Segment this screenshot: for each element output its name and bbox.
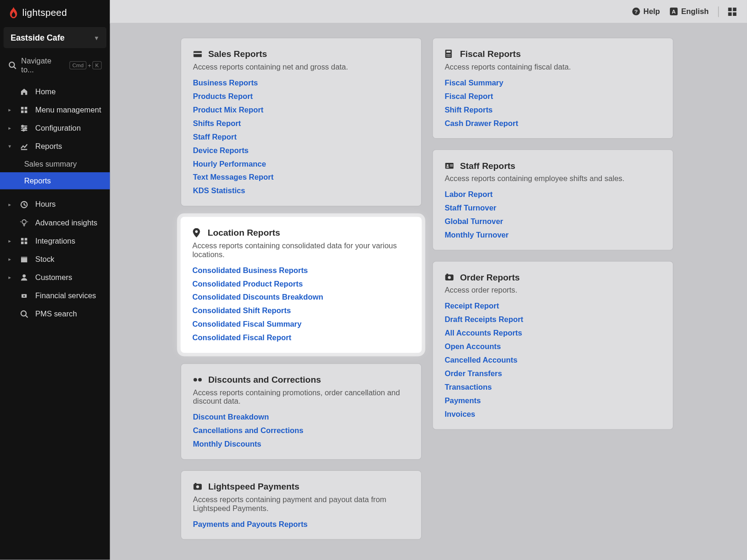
link-consolidated-fiscal-report[interactable]: Consolidated Fiscal Report: [192, 333, 410, 342]
link-fiscal-summary[interactable]: Fiscal Summary: [444, 78, 661, 87]
link-transactions[interactable]: Transactions: [444, 383, 661, 392]
nav-sales-summary[interactable]: Sales summary: [0, 155, 110, 173]
nav-configuration[interactable]: ▸ Configuration: [0, 119, 110, 137]
svg-point-0: [9, 62, 14, 67]
link-cancelled-accounts[interactable]: Cancelled Accounts: [444, 356, 661, 364]
svg-rect-23: [21, 258, 27, 262]
link-open-accounts[interactable]: Open Accounts: [444, 342, 661, 351]
link-order-transfers[interactable]: Order Transfers: [444, 369, 661, 378]
svg-point-40: [196, 485, 199, 488]
link-shifts-report[interactable]: Shifts Report: [193, 119, 409, 127]
svg-rect-21: [21, 241, 24, 244]
location-selector[interactable]: Eastside Cafe ▼: [4, 27, 106, 48]
link-consolidated-shift-reports[interactable]: Consolidated Shift Reports: [192, 306, 410, 315]
link-product-mix-report[interactable]: Product Mix Report: [193, 105, 409, 114]
link-text-messages-report[interactable]: Text Messages Report: [193, 173, 409, 182]
card-desc: Access reports containing promotions, or…: [193, 388, 409, 406]
link-all-accounts-reports[interactable]: All Accounts Reports: [444, 329, 661, 337]
link-kds-statistics[interactable]: KDS Statistics: [193, 186, 409, 195]
nav-advanced-insights[interactable]: ▸ Advanced insights: [0, 213, 110, 231]
card-title: Order Reports: [460, 272, 520, 282]
svg-text:?: ?: [634, 8, 638, 15]
svg-rect-22: [25, 241, 28, 244]
link-business-reports[interactable]: Business Reports: [193, 78, 409, 87]
link-consolidated-fiscal-summary[interactable]: Consolidated Fiscal Summary: [192, 320, 410, 329]
link-cancellations-corrections[interactable]: Cancellations and Corrections: [193, 426, 409, 435]
nav-reports[interactable]: ▾ Reports: [0, 137, 110, 155]
card-links: Labor Report Staff Turnover Global Turno…: [444, 190, 661, 239]
chart-line-icon: [20, 142, 29, 150]
link-staff-report[interactable]: Staff Report: [193, 132, 409, 141]
svg-rect-19: [21, 238, 24, 240]
svg-point-46: [450, 54, 451, 55]
card-lightspeed-payments: Lightspeed Payments Access reports conta…: [181, 470, 422, 540]
link-device-reports[interactable]: Device Reports: [193, 146, 409, 154]
svg-point-9: [22, 125, 23, 126]
svg-point-49: [450, 56, 451, 56]
sidebar: lightspeed Eastside Cafe ▼ Navigate to..…: [0, 0, 110, 560]
chevron-right-icon: ▸: [8, 201, 14, 207]
link-labor-report[interactable]: Labor Report: [444, 190, 661, 199]
nav-hours[interactable]: ▸ Hours: [0, 195, 110, 213]
card-title: Fiscal Reports: [460, 49, 521, 59]
svg-rect-2: [21, 106, 24, 109]
home-icon: [20, 87, 29, 96]
nav-pms-search[interactable]: ▸ PMS search: [0, 305, 110, 323]
nav-customers[interactable]: ▸ Customers: [0, 268, 110, 286]
link-shift-reports[interactable]: Shift Reports: [444, 105, 661, 114]
main: ? Help A English: [110, 0, 747, 560]
nav-home[interactable]: ▸ Home: [0, 82, 110, 100]
nav: ▸ Home ▸ Menu management ▸ Configuration: [0, 80, 110, 322]
link-consolidated-product-reports[interactable]: Consolidated Product Reports: [192, 279, 410, 288]
caret-down-icon: ▼: [93, 35, 99, 41]
id-badge-icon: [444, 162, 454, 169]
svg-line-1: [14, 67, 16, 69]
language-link[interactable]: A English: [669, 7, 709, 16]
link-receipt-report[interactable]: Receipt Report: [444, 301, 661, 310]
nav-integrations[interactable]: ▸ Integrations: [0, 231, 110, 250]
link-fiscal-report[interactable]: Fiscal Report: [444, 92, 661, 101]
apps-grid-button[interactable]: [728, 7, 737, 16]
link-global-turnover[interactable]: Global Turnover: [444, 217, 661, 226]
link-monthly-discounts[interactable]: Monthly Discounts: [193, 440, 409, 448]
card-links: Receipt Report Draft Receipts Report All…: [444, 301, 661, 419]
search-icon: [8, 61, 17, 70]
link-products-report[interactable]: Products Report: [193, 92, 409, 101]
link-payments-payouts-reports[interactable]: Payments and Payouts Reports: [193, 520, 409, 529]
svg-text:A: A: [672, 8, 676, 15]
card-links: Discount Breakdown Cancellations and Cor…: [193, 413, 409, 448]
link-consolidated-business-reports[interactable]: Consolidated Business Reports: [192, 266, 410, 274]
grid-icon: [728, 7, 737, 16]
nav-reports-sub[interactable]: Reports: [0, 172, 110, 189]
link-cash-drawer-report[interactable]: Cash Drawer Report: [444, 119, 661, 127]
brand-logo: lightspeed: [0, 0, 110, 23]
location-pin-icon: [192, 228, 202, 237]
card-title: Staff Reports: [460, 161, 515, 170]
svg-rect-35: [193, 53, 202, 54]
calculator-icon: [444, 49, 454, 58]
link-monthly-turnover[interactable]: Monthly Turnover: [444, 231, 661, 239]
content: Sales Reports Access reports containing …: [110, 23, 747, 560]
link-draft-receipts-report[interactable]: Draft Receipts Report: [444, 315, 661, 324]
link-payments[interactable]: Payments: [444, 396, 661, 405]
card-title: Lightspeed Payments: [208, 482, 299, 491]
brand-text: lightspeed: [22, 7, 67, 18]
navigate-search[interactable]: Navigate to... Cmd + K: [0, 50, 110, 80]
help-link[interactable]: ? Help: [632, 7, 660, 16]
nav-stock[interactable]: ▸ Stock: [0, 250, 110, 268]
link-staff-turnover[interactable]: Staff Turnover: [444, 203, 661, 212]
link-hourly-performance[interactable]: Hourly Performance: [193, 159, 409, 168]
link-invoices[interactable]: Invoices: [444, 410, 661, 419]
lightbulb-icon: [20, 218, 29, 227]
card-title: Location Reports: [208, 228, 280, 238]
link-consolidated-discounts-breakdown[interactable]: Consolidated Discounts Breakdown: [192, 293, 410, 301]
nav-financial-services[interactable]: ▸ Financial services: [0, 287, 110, 305]
card-links: Business Reports Products Report Product…: [193, 78, 409, 196]
nav-menu-management[interactable]: ▸ Menu management: [0, 100, 110, 119]
link-discount-breakdown[interactable]: Discount Breakdown: [193, 413, 409, 421]
card-staff-reports: Staff Reports Access reports containing …: [432, 149, 674, 251]
box-icon: [20, 255, 29, 263]
chevron-right-icon: ▸: [8, 238, 14, 244]
card-links: Fiscal Summary Fiscal Report Shift Repor…: [444, 78, 661, 128]
svg-rect-24: [21, 256, 27, 257]
